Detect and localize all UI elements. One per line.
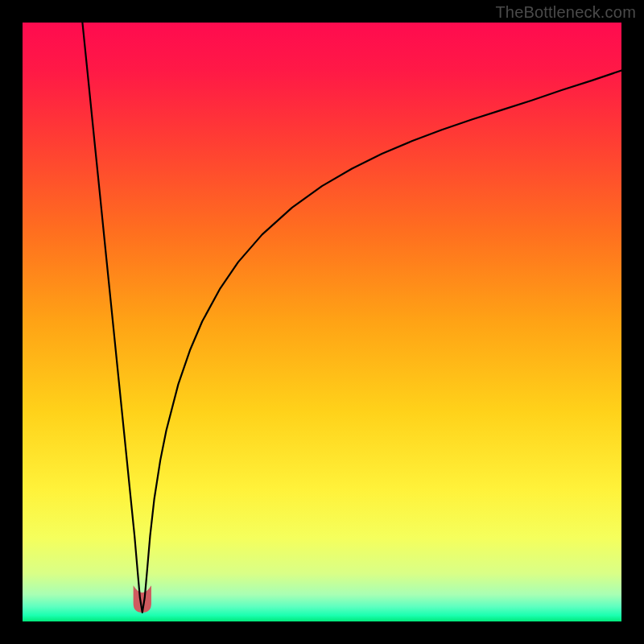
chart-svg xyxy=(23,23,621,621)
watermark-text: TheBottleneck.com xyxy=(495,3,636,22)
plot-area xyxy=(23,23,621,621)
chart-frame: TheBottleneck.com xyxy=(0,0,644,644)
